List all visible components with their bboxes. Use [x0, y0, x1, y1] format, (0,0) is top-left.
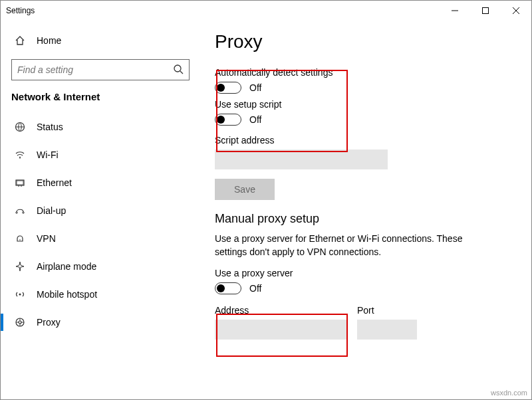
airplane-icon — [14, 261, 26, 272]
minimize-icon — [452, 7, 458, 14]
vpn-icon — [14, 233, 26, 244]
proxy-icon — [14, 317, 26, 328]
window-body: Home Network & Internet Status Wi-Fi — [1, 21, 531, 399]
use-proxy-state: Off — [249, 283, 261, 294]
sidebar-item-wifi[interactable]: Wi-Fi — [1, 141, 200, 169]
page-title: Proxy — [215, 31, 517, 52]
sidebar-item-label: Airplane mode — [37, 261, 96, 272]
port-label: Port — [357, 305, 417, 316]
address-label: Address — [215, 305, 348, 316]
sidebar-item-mobile-hotspot[interactable]: Mobile hotspot — [1, 280, 200, 308]
sidebar-item-label: Mobile hotspot — [37, 289, 97, 300]
sidebar-item-label: Wi-Fi — [37, 150, 59, 160]
sidebar: Home Network & Internet Status Wi-Fi — [1, 21, 200, 399]
sidebar-item-ethernet[interactable]: Ethernet — [1, 169, 200, 197]
use-proxy-toggle[interactable] — [215, 282, 241, 294]
maximize-button[interactable] — [470, 1, 501, 21]
sidebar-item-dialup[interactable]: Dial-up — [1, 197, 200, 225]
home-icon — [14, 35, 26, 46]
auto-detect-toggle-row: Off — [215, 82, 517, 94]
titlebar: Settings — [1, 1, 531, 21]
auto-detect-label: Automatically detect settings — [215, 67, 517, 78]
use-proxy-toggle-row: Off — [215, 282, 517, 294]
port-input — [357, 320, 417, 340]
sidebar-item-airplane-mode[interactable]: Airplane mode — [1, 252, 200, 280]
home-label: Home — [37, 35, 61, 46]
sidebar-item-vpn[interactable]: VPN — [1, 225, 200, 252]
svg-point-7 — [19, 157, 21, 159]
settings-window: Settings Home Net — [0, 0, 532, 400]
close-button[interactable] — [501, 1, 531, 21]
svg-rect-1 — [483, 8, 489, 14]
sidebar-item-label: Proxy — [37, 317, 61, 328]
sidebar-nav: Status Wi-Fi Ethernet Dial-up VPN — [1, 113, 200, 336]
window-title: Settings — [6, 6, 35, 15]
search-box[interactable] — [11, 59, 190, 80]
auto-proxy-group: Automatically detect settings Off Use se… — [215, 67, 517, 126]
svg-point-12 — [16, 212, 17, 213]
search-input[interactable] — [17, 64, 173, 75]
setup-script-label: Use setup script — [215, 99, 517, 110]
address-input — [215, 320, 348, 340]
svg-point-4 — [174, 65, 181, 72]
script-address-input — [215, 150, 388, 169]
toggle-knob — [217, 284, 225, 292]
auto-detect-state: Off — [249, 82, 261, 93]
sidebar-item-label: VPN — [37, 233, 56, 244]
auto-detect-toggle[interactable] — [215, 82, 241, 94]
sidebar-category-heading: Network & Internet — [1, 88, 200, 113]
search-icon — [173, 64, 184, 76]
manual-section-title: Manual proxy setup — [215, 212, 517, 226]
wifi-icon — [14, 150, 26, 160]
sidebar-item-status[interactable]: Status — [1, 113, 200, 141]
setup-script-state: Off — [249, 114, 261, 125]
svg-point-15 — [19, 294, 21, 296]
svg-point-13 — [23, 212, 24, 213]
toggle-knob — [217, 84, 225, 92]
sidebar-item-label: Ethernet — [37, 177, 72, 188]
hotspot-icon — [14, 289, 26, 300]
address-port-row: Address Port — [215, 300, 517, 340]
minimize-button[interactable] — [440, 1, 470, 21]
dialup-icon — [14, 205, 26, 216]
content-area: Proxy Automatically detect settings Off … — [200, 21, 531, 399]
globe-icon — [14, 122, 26, 132]
svg-point-17 — [19, 321, 21, 324]
setup-script-toggle-row: Off — [215, 114, 517, 126]
ethernet-icon — [14, 177, 26, 188]
watermark: wsxdn.com — [491, 389, 527, 397]
toggle-knob — [217, 116, 225, 124]
use-proxy-label: Use a proxy server — [215, 268, 517, 278]
close-icon — [513, 7, 519, 14]
manual-description: Use a proxy server for Ethernet or Wi-Fi… — [215, 233, 494, 258]
sidebar-item-label: Dial-up — [37, 205, 66, 216]
maximize-icon — [482, 7, 489, 14]
setup-script-toggle[interactable] — [215, 114, 241, 126]
svg-rect-9 — [17, 181, 23, 185]
home-nav[interactable]: Home — [1, 29, 200, 52]
sidebar-item-proxy[interactable]: Proxy — [1, 308, 200, 336]
sidebar-item-label: Status — [37, 122, 63, 132]
svg-point-14 — [19, 239, 21, 241]
save-button: Save — [215, 179, 275, 200]
svg-line-5 — [180, 71, 183, 74]
script-address-label: Script address — [215, 135, 517, 146]
